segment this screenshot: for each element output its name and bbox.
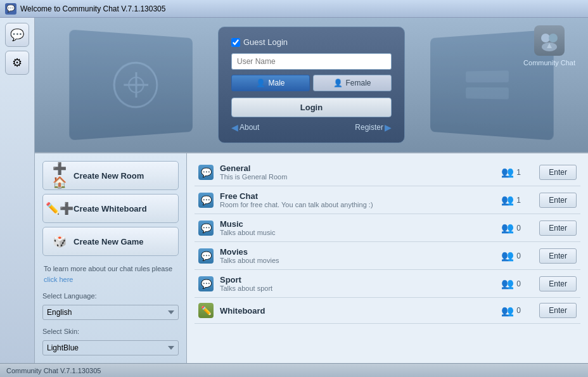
create-room-button[interactable]: ➕🏠 Create New Room [42,161,179,190]
about-arrow-icon: ◀ [231,122,238,132]
status-bar: Community Chat V.7.1.130305 [0,363,588,377]
male-button[interactable]: 👤 Male [231,75,310,91]
users-icon: 👥 [501,250,514,262]
room-users: 👥0 [501,278,533,290]
create-game-button[interactable]: 🎲 Create New Game [42,227,179,256]
room-users: 👥0 [501,250,533,262]
room-info: SportTalks about sport [220,275,495,292]
room-name: Sport [220,275,495,284]
room-row: 💬GeneralThis is General Room👥1Enter [195,158,580,186]
room-desc: Room for free chat. You can talk about a… [220,201,495,208]
language-label: Select Language: [42,292,179,300]
room-desc: This is General Room [220,173,495,181]
room-row: 💬MoviesTalks about movies👥0Enter [195,242,580,270]
title-bar: 💬 Welcome to Community Chat V.7.1.130305 [0,0,588,18]
create-room-icon: ➕🏠 [51,167,68,184]
room-users: 👥0 [501,222,533,234]
bottom-section: ➕🏠 Create New Room ✏️➕ Create Whiteboard… [35,152,588,363]
room-name: Free Chat [220,191,495,201]
register-link[interactable]: Register ▶ [355,122,392,132]
room-desc: Talks about music [220,229,495,236]
room-icon: ✏️ [198,303,214,318]
room-row: 💬Free ChatRoom for free chat. You can ta… [195,186,580,214]
room-icon: 💬 [198,248,214,264]
users-icon: 👥 [501,305,514,317]
title-text: Welcome to Community Chat V.7.1.130305 [20,4,165,13]
click-here-link[interactable]: click here [44,276,73,283]
layout: 💬 ⚙ [0,18,588,363]
room-row: 💬MusicTalks about music👥0Enter [195,214,580,242]
users-icon: 👥 [501,278,514,290]
svg-point-3 [549,34,558,42]
room-info: MusicTalks about music [220,219,495,236]
enter-button[interactable]: Enter [539,303,577,318]
users-icon: 👥 [501,166,514,178]
main-window: 💬 ⚙ [0,18,588,377]
username-input[interactable] [231,53,392,70]
content-area: 🗝 Guest Login 👤 Male [35,18,588,363]
room-name: Movies [220,247,495,257]
svg-point-2 [541,34,550,42]
room-info: Free ChatRoom for free chat. You can tal… [220,191,495,208]
create-whiteboard-button[interactable]: ✏️➕ Create Whiteboard [42,194,179,223]
room-list: 💬GeneralThis is General Room👥1Enter💬Free… [187,153,588,363]
create-game-icon: 🎲 [51,233,68,250]
skin-label: Select Skin: [42,328,179,335]
hero-section: 🗝 Guest Login 👤 Male [35,18,588,152]
login-panel: Guest Login 👤 Male 👤 Female Login [218,27,405,143]
room-icon: 💬 [198,193,214,208]
guest-login-check: Guest Login [231,37,392,47]
create-whiteboard-icon: ✏️➕ [51,200,68,217]
user-count: 1 [516,168,521,177]
community-logo-icon [534,25,565,56]
skin-dropdown[interactable]: LightBlue Dark Classic [42,340,179,355]
room-name: General [220,163,495,173]
title-icon: 💬 [5,3,16,15]
room-name: Music [220,219,495,229]
enter-button[interactable]: Enter [539,165,577,180]
room-users: 👥0 [501,305,533,317]
login-button[interactable]: Login [231,98,392,117]
community-logo-text: Community Chat [523,58,575,67]
room-icon: 💬 [198,165,214,180]
room-row: 💬SportTalks about sport👥0Enter [195,270,580,298]
users-icon: 👥 [501,194,514,206]
gender-buttons: 👤 Male 👤 Female [231,75,392,91]
left-sidebar: 💬 ⚙ [0,18,35,363]
room-info: MoviesTalks about movies [220,247,495,264]
user-count: 0 [516,252,521,260]
enter-button[interactable]: Enter [539,276,577,291]
guest-login-checkbox[interactable] [231,38,240,47]
enter-button[interactable]: Enter [539,248,577,264]
room-users: 👥1 [501,166,533,178]
language-dropdown[interactable]: English French German Spanish [42,305,179,320]
room-icon: 💬 [198,276,214,291]
room-users: 👥1 [501,194,533,206]
sidebar-settings-btn[interactable]: ⚙ [5,51,29,75]
male-icon: 👤 [256,79,265,87]
user-count: 0 [516,279,521,288]
user-count: 0 [516,224,521,233]
hero-bg-left [69,29,193,140]
info-text: To learn more about our chat rules pleas… [42,264,179,284]
room-desc: Talks about movies [220,257,495,264]
enter-button[interactable]: Enter [539,220,577,236]
room-info: Whiteboard [220,306,495,316]
sidebar-chat-btn[interactable]: 💬 [5,23,29,47]
female-button[interactable]: 👤 Female [313,75,392,91]
enter-button[interactable]: Enter [539,193,577,208]
users-icon: 👥 [501,222,514,234]
user-count: 0 [516,306,521,315]
room-name: Whiteboard [220,306,495,316]
room-icon: 💬 [198,220,214,236]
guest-login-label: Guest Login [243,37,288,47]
left-panel: ➕🏠 Create New Room ✏️➕ Create Whiteboard… [35,153,187,363]
user-count: 1 [516,196,521,205]
login-nav: ◀ About Register ▶ [231,122,392,132]
room-row: ✏️Whiteboard👥0Enter [195,298,580,324]
register-arrow-icon: ▶ [385,122,392,132]
room-desc: Talks about sport [220,284,495,292]
female-icon: 👤 [333,79,343,87]
about-link[interactable]: ◀ About [231,122,259,132]
community-logo: Community Chat [523,25,575,67]
